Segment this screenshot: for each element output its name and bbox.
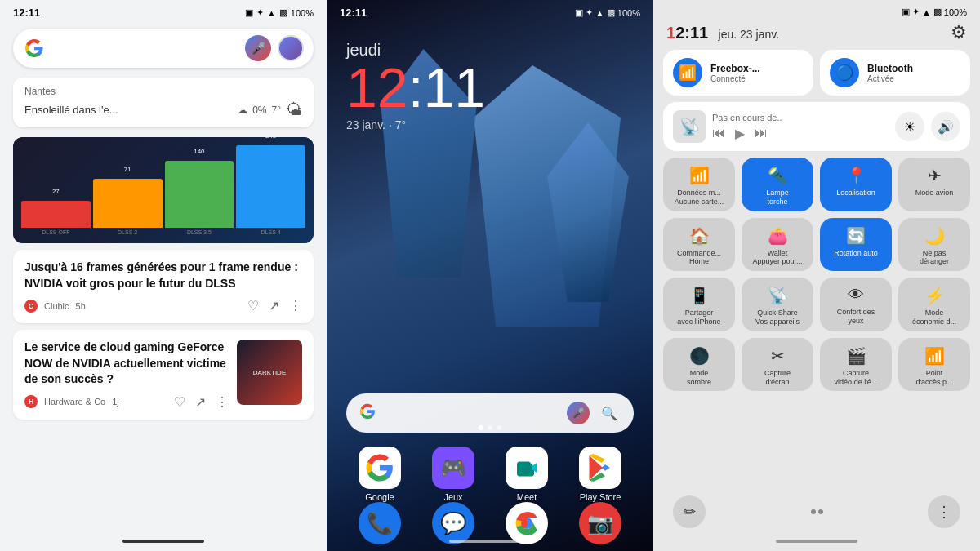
dlss-chart: 27 DLSS OFF 71 DLSS 2 140 DLSS 3.5 — [13, 137, 314, 243]
weather-card[interactable]: Nantes Ensoleillé dans l'e... ☁ 0% 7° 🌤 — [13, 78, 314, 127]
news-time-2: 1j — [112, 397, 119, 407]
app-google[interactable]: Google — [359, 447, 401, 502]
qs-tile-location[interactable]: 📍 Localisation — [820, 158, 892, 211]
qs-status-icons: ▣ ✦ ▲ ▩ ▣ ✦ ▲ ⬛ 100% 100% — [902, 7, 967, 17]
qs-dots-indicator — [811, 509, 823, 514]
phone-clock-area: jeudi 12:11 23 janv. · 7° — [346, 41, 485, 131]
more-button-1[interactable]: ⋮ — [289, 298, 302, 313]
phone-day: jeudi — [346, 41, 485, 60]
media-prev-button[interactable]: ⏮ — [712, 126, 725, 140]
phone-app-dock: Google 🎮 Jeux Meet Play Store — [327, 447, 653, 502]
news-actions-1: ♡ ↗ ⋮ — [247, 298, 302, 313]
qs-wifi-tile[interactable]: 📶 Freebox-... Connecté — [663, 50, 813, 96]
qs-dot-2 — [818, 509, 823, 514]
qs-tile-eye-comfort[interactable]: 👁 Confort desyeux — [820, 278, 892, 331]
news-source-2: Hardware & Co — [44, 397, 105, 407]
qs-tile-grid: 📶 Données m...Aucune carte... 🔦 Lampetor… — [653, 158, 980, 391]
volume-control[interactable]: 🔊 — [931, 112, 960, 141]
bluetooth-icon: 🔵 — [830, 58, 859, 87]
qs-wifi-name: Freebox-... — [710, 63, 760, 74]
qs-more-button[interactable]: ⋮ — [928, 495, 960, 528]
media-controls: ⏮ ▶ ⏭ — [712, 126, 889, 141]
app-label-play-store: Play Store — [580, 492, 621, 502]
phone-page-dots — [479, 425, 501, 430]
qs-bluetooth-tile[interactable]: 🔵 Bluetooth Activée — [820, 50, 970, 96]
app-label-jeux: Jeux — [443, 492, 462, 502]
qs-tile-screen-record[interactable]: 🎬 Capturevidéo de l'é... — [820, 338, 892, 392]
news-thumbnail-2: DARKTIDE — [237, 340, 302, 405]
app-meet[interactable]: Meet — [506, 447, 548, 502]
qs-edit-button[interactable]: ✏ — [673, 495, 706, 528]
qs-tile-battery-saver[interactable]: ⚡ Modeéconomie d... — [898, 278, 970, 331]
share-button-2[interactable]: ↗ — [195, 394, 206, 410]
brightness-control[interactable]: ☀ — [895, 112, 924, 141]
page-dot-3 — [497, 425, 501, 430]
feed-status-icons: ▣ ✦ ▲ ▩ 100% — [245, 7, 314, 18]
weather-location: Nantes — [24, 86, 302, 97]
wifi-icon: 📶 — [673, 58, 702, 87]
qs-tile-wallet[interactable]: 👛 WalletAppuyer pour... — [742, 218, 813, 272]
news-meta-1: C Clubic 5h ♡ ↗ ⋮ — [24, 298, 302, 313]
app-chrome[interactable] — [506, 502, 548, 544]
weather-temp: 7° — [272, 104, 281, 116]
phone-status-icons: ▣ ✦ ▲ ▩ 100% — [575, 7, 640, 18]
news-source-1: Clubic — [44, 301, 69, 311]
phone-panel: 12:11 ▣ ✦ ▲ ▩ 100% jeudi 12:11 23 janv. … — [327, 0, 653, 551]
feed-time: 12:11 — [13, 7, 40, 19]
weather-description: Ensoleillé dans l'e... — [24, 104, 118, 116]
feed-search-bar[interactable]: 🎤 — [13, 29, 314, 68]
qs-media-player: 📡 Pas en cours de.. ⏮ ▶ ⏭ ☀ 🔊 — [663, 102, 970, 151]
app-camera[interactable]: 📷 — [579, 502, 621, 544]
qs-tile-data[interactable]: 📶 Données m...Aucune carte... — [663, 158, 735, 211]
news-image-card[interactable]: 27 DLSS OFF 71 DLSS 2 140 DLSS 3.5 — [13, 137, 314, 243]
qs-tile-home[interactable]: 🏠 Commande...Home — [663, 218, 735, 272]
qs-tile-rotation[interactable]: 🔄 Rotation auto — [820, 218, 892, 272]
app-messages[interactable]: 💬 — [432, 502, 474, 544]
app-label-meet: Meet — [517, 492, 537, 502]
more-button-2[interactable]: ⋮ — [216, 394, 229, 410]
phone-lens-button[interactable]: 🔍 — [598, 402, 621, 424]
page-dot-2 — [488, 425, 492, 430]
app-label-google: Google — [365, 492, 394, 502]
page-dot-1 — [479, 425, 483, 430]
qs-dot-1 — [811, 509, 816, 514]
like-button-1[interactable]: ♡ — [247, 298, 259, 313]
qs-tile-quick-share[interactable]: 📡 Quick ShareVos appareils — [742, 278, 813, 331]
qs-tile-dnd[interactable]: 🌙 Ne pasdéranger — [898, 218, 970, 272]
qs-tile-screenshot[interactable]: ✂ Captured'écran — [742, 338, 813, 392]
qs-bt-name: Bluetooth — [867, 63, 913, 74]
user-avatar[interactable] — [278, 35, 304, 61]
voice-search-button[interactable]: 🎤 — [245, 35, 271, 61]
news-time-1: 5h — [76, 301, 86, 311]
app-play-store[interactable]: Play Store — [579, 447, 621, 502]
bottom-pill — [122, 540, 204, 543]
media-cast-icon: 📡 — [673, 110, 706, 143]
share-button-1[interactable]: ↗ — [269, 298, 279, 313]
media-next-button[interactable]: ⏭ — [755, 126, 768, 140]
qs-bottom-pill — [776, 540, 858, 543]
news-article-2[interactable]: Le service de cloud gaming GeForce NOW d… — [13, 330, 314, 420]
qs-edit-row: ✏ ⋮ — [653, 495, 980, 528]
qs-tile-torch[interactable]: 🔦 Lampetorche — [742, 158, 813, 211]
qs-tile-dark-mode[interactable]: 🌑 Modesombre — [663, 338, 735, 392]
news-article-1[interactable]: Jusqu'à 16 frames générées pour 1 frame … — [13, 250, 314, 323]
phone-big-time: 12:11 — [346, 60, 485, 115]
google-logo — [23, 37, 46, 60]
qs-date: jeu. 23 janv. — [719, 28, 779, 41]
settings-gear-icon[interactable]: ⚙ — [951, 22, 967, 43]
feed-panel: 12:11 ▣ ✦ ▲ ▩ 100% 🎤 Nantes Ensoleillé d… — [0, 0, 327, 551]
app-jeux[interactable]: 🎮 Jeux — [432, 447, 474, 502]
news-meta-2: H Hardware & Co 1j ♡ ↗ ⋮ — [24, 394, 229, 410]
phone-status-bar: 12:11 ▣ ✦ ▲ ▩ 100% — [327, 0, 653, 22]
media-play-button[interactable]: ▶ — [735, 126, 745, 141]
phone-bottom-row: 📞 💬 📷 — [327, 502, 653, 544]
qs-time-row: 12:11 jeu. 23 janv. ⚙ — [653, 20, 980, 50]
app-phone[interactable]: 📞 — [359, 502, 401, 544]
phone-mic-button[interactable]: 🎤 — [567, 402, 590, 424]
qs-tile-iphone-share[interactable]: 📱 Partageravec l'iPhone — [663, 278, 735, 331]
like-button-2[interactable]: ♡ — [174, 394, 185, 410]
qs-tile-airplane[interactable]: ✈ Mode avion — [898, 158, 970, 211]
feed-status-bar: 12:11 ▣ ✦ ▲ ▩ 100% — [0, 0, 327, 22]
qs-tile-hotspot[interactable]: 📶 Pointd'accès p... — [898, 338, 970, 392]
qs-connectivity-row: 📶 Freebox-... Connecté 🔵 Bluetooth Activ… — [653, 50, 980, 96]
